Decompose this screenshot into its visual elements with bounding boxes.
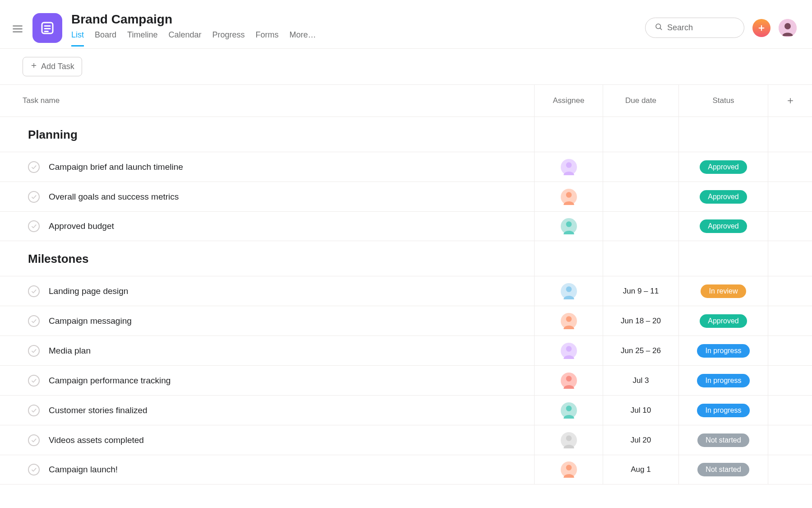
tab-more[interactable]: More… <box>290 30 316 47</box>
assignee-avatar[interactable] <box>561 218 577 234</box>
assignee-cell[interactable] <box>534 276 603 306</box>
assignee-avatar[interactable] <box>561 313 577 329</box>
task-cell[interactable]: Videos assets completed <box>0 425 534 455</box>
tab-forms[interactable]: Forms <box>256 30 279 47</box>
status-pill[interactable]: Approved <box>700 314 747 328</box>
task-row[interactable]: Videos assets completedJul 20Not started <box>0 425 812 455</box>
task-row[interactable]: Campaign launch!Aug 1Not started <box>0 455 812 485</box>
due-date-cell[interactable]: Jun 9 – 11 <box>603 276 678 306</box>
task-cell[interactable]: Approved budget <box>0 212 534 241</box>
due-date-cell[interactable] <box>603 152 678 182</box>
tab-list[interactable]: List <box>71 30 84 47</box>
check-circle-icon[interactable] <box>28 464 40 475</box>
add-column-button[interactable] <box>768 85 812 117</box>
status-cell[interactable]: Approved <box>678 212 768 241</box>
task-cell[interactable]: Landing page design <box>0 276 534 306</box>
due-date-cell[interactable] <box>603 182 678 211</box>
assignee-avatar[interactable] <box>561 343 577 359</box>
assignee-avatar[interactable] <box>561 283 577 299</box>
section-title[interactable]: Planning <box>0 117 534 152</box>
task-cell[interactable]: Customer stories finalized <box>0 396 534 425</box>
task-row[interactable]: Campaign messagingJun 18 – 20Approved <box>0 306 812 336</box>
check-circle-icon[interactable] <box>28 345 40 357</box>
check-circle-icon[interactable] <box>28 434 40 446</box>
task-row[interactable]: Campaign brief and launch timelineApprov… <box>0 152 812 182</box>
assignee-cell[interactable] <box>534 425 603 455</box>
task-row[interactable]: Approved budgetApproved <box>0 211 812 241</box>
status-pill[interactable]: In progress <box>697 344 749 358</box>
tab-calendar[interactable]: Calendar <box>168 30 201 47</box>
assignee-avatar[interactable] <box>561 461 577 478</box>
check-circle-icon[interactable] <box>28 191 40 203</box>
status-pill[interactable]: Not started <box>697 433 749 447</box>
col-due-date[interactable]: Due date <box>603 85 678 117</box>
status-pill[interactable]: Approved <box>700 219 747 233</box>
tab-board[interactable]: Board <box>95 30 116 47</box>
check-circle-icon[interactable] <box>28 375 40 387</box>
task-cell[interactable]: Media plan <box>0 336 534 365</box>
status-cell[interactable]: In progress <box>678 396 768 425</box>
check-circle-icon[interactable] <box>28 315 40 327</box>
check-circle-icon[interactable] <box>28 161 40 173</box>
task-cell[interactable]: Campaign performance tracking <box>0 366 534 395</box>
status-cell[interactable]: Not started <box>678 425 768 455</box>
task-cell[interactable]: Campaign brief and launch timeline <box>0 152 534 182</box>
check-circle-icon[interactable] <box>28 220 40 232</box>
task-row[interactable]: Overall goals and success metricsApprove… <box>0 182 812 211</box>
due-date-cell[interactable]: Jul 3 <box>603 366 678 395</box>
status-pill[interactable]: In review <box>701 284 746 298</box>
assignee-cell[interactable] <box>534 336 603 365</box>
check-circle-icon[interactable] <box>28 285 40 297</box>
status-pill[interactable]: In progress <box>697 374 749 387</box>
due-date-cell[interactable] <box>603 212 678 241</box>
assignee-cell[interactable] <box>534 182 603 211</box>
project-icon[interactable] <box>32 13 62 43</box>
tab-progress[interactable]: Progress <box>212 30 245 47</box>
assignee-avatar[interactable] <box>561 432 577 448</box>
status-pill[interactable]: Approved <box>700 160 747 174</box>
menu-icon[interactable] <box>12 21 23 35</box>
assignee-avatar[interactable] <box>561 159 577 175</box>
task-row[interactable]: Campaign performance trackingJul 3In pro… <box>0 365 812 395</box>
add-task-button[interactable]: Add Task <box>23 57 82 76</box>
task-row[interactable]: Customer stories finalizedJul 10In progr… <box>0 395 812 425</box>
assignee-cell[interactable] <box>534 212 603 241</box>
task-row[interactable]: Media planJun 25 – 26In progress <box>0 336 812 365</box>
page-title[interactable]: Brand Campaign <box>71 12 636 27</box>
status-pill[interactable]: Approved <box>700 190 747 204</box>
status-cell[interactable]: In progress <box>678 336 768 365</box>
due-date-cell[interactable]: Jul 20 <box>603 425 678 455</box>
assignee-avatar[interactable] <box>561 189 577 205</box>
assignee-cell[interactable] <box>534 152 603 182</box>
tab-timeline[interactable]: Timeline <box>127 30 157 47</box>
status-cell[interactable]: Not started <box>678 455 768 484</box>
due-date-cell[interactable]: Jul 10 <box>603 396 678 425</box>
user-avatar[interactable] <box>779 19 797 37</box>
assignee-avatar[interactable] <box>561 402 577 419</box>
due-date-cell[interactable]: Jun 18 – 20 <box>603 306 678 336</box>
search-input[interactable] <box>667 23 735 33</box>
task-cell[interactable]: Campaign messaging <box>0 306 534 336</box>
col-assignee[interactable]: Assignee <box>534 85 603 117</box>
status-pill[interactable]: Not started <box>697 463 749 476</box>
assignee-avatar[interactable] <box>561 373 577 389</box>
status-cell[interactable]: In review <box>678 276 768 306</box>
task-row[interactable]: Landing page designJun 9 – 11In review <box>0 276 812 306</box>
status-cell[interactable]: Approved <box>678 182 768 211</box>
due-date-cell[interactable]: Jun 25 – 26 <box>603 336 678 365</box>
due-date-cell[interactable]: Aug 1 <box>603 455 678 484</box>
assignee-cell[interactable] <box>534 455 603 484</box>
col-task-name[interactable]: Task name <box>0 85 534 117</box>
assignee-cell[interactable] <box>534 396 603 425</box>
assignee-cell[interactable] <box>534 366 603 395</box>
section-title[interactable]: Milestones <box>0 241 534 276</box>
task-cell[interactable]: Campaign launch! <box>0 455 534 484</box>
status-cell[interactable]: In progress <box>678 366 768 395</box>
status-cell[interactable]: Approved <box>678 306 768 336</box>
assignee-cell[interactable] <box>534 306 603 336</box>
col-status[interactable]: Status <box>678 85 768 117</box>
status-pill[interactable]: In progress <box>697 404 749 417</box>
global-add-button[interactable] <box>752 19 770 37</box>
search-box[interactable] <box>645 18 744 38</box>
task-cell[interactable]: Overall goals and success metrics <box>0 182 534 211</box>
